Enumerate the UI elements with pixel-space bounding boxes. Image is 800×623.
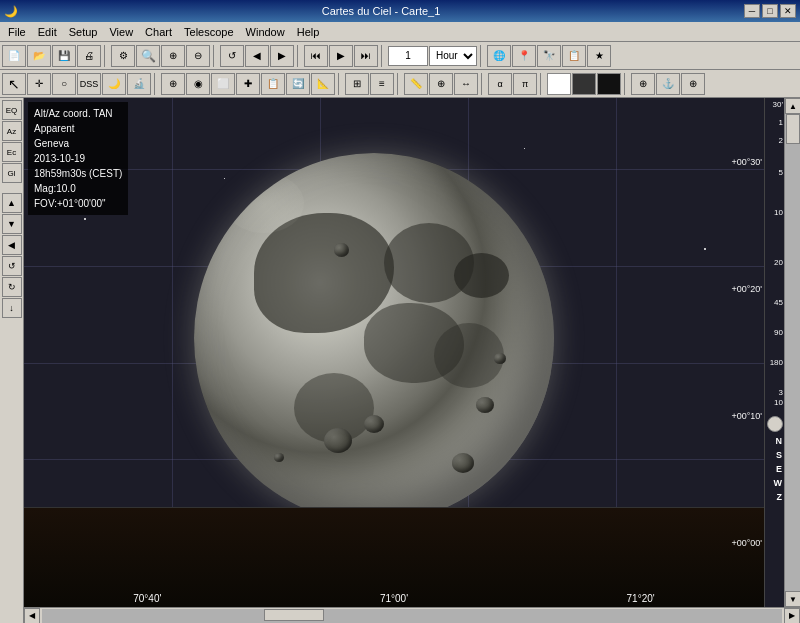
prev-step-button[interactable]: ⏮	[304, 45, 328, 67]
dec-label-4: +00°00'	[731, 538, 762, 548]
menu-item-edit[interactable]: Edit	[32, 24, 63, 40]
menu-item-telescope[interactable]: Telescope	[178, 24, 240, 40]
grid-button[interactable]: ⊞	[345, 73, 369, 95]
menu-item-help[interactable]: Help	[291, 24, 326, 40]
moon-button[interactable]: 🌙	[102, 73, 126, 95]
sky-view[interactable]: 70°40' 71°00' 71°20' +00°30' +00°20' +00…	[24, 98, 764, 607]
menu-item-window[interactable]: Window	[240, 24, 291, 40]
scroll-right-button[interactable]: ▶	[784, 608, 800, 624]
menubar: FileEditSetupViewChartTelescopeWindowHel…	[0, 22, 800, 42]
redo-button[interactable]: ↻	[2, 277, 22, 297]
minimize-button[interactable]: ─	[744, 4, 760, 18]
star-button[interactable]: ★	[587, 45, 611, 67]
ec-button[interactable]: Ec	[2, 142, 22, 162]
menu-item-setup[interactable]: Setup	[63, 24, 104, 40]
maximize-button[interactable]: □	[762, 4, 778, 18]
coord-type: Alt/Az coord. TAN	[34, 106, 122, 121]
scroll-track-v	[785, 114, 800, 591]
catalog-button[interactable]: 📋	[562, 45, 586, 67]
globe-button[interactable]: 🌐	[487, 45, 511, 67]
clipboard-button[interactable]: 📋	[261, 73, 285, 95]
location-button[interactable]: 📍	[512, 45, 536, 67]
compass-circle[interactable]	[767, 416, 783, 432]
scale-180: 180	[770, 358, 783, 367]
az-button[interactable]: Az	[2, 121, 22, 141]
save-button[interactable]: 💾	[52, 45, 76, 67]
play-button[interactable]: ▶	[329, 45, 353, 67]
menu-item-chart[interactable]: Chart	[139, 24, 178, 40]
star	[524, 148, 525, 149]
ra-label-1: 70°40'	[133, 593, 161, 604]
extra-button[interactable]: ⊕	[681, 73, 705, 95]
dec-label-3: +00°10'	[731, 411, 762, 421]
square-button[interactable]: ⬜	[211, 73, 235, 95]
zoom2-button[interactable]: ⊕	[429, 73, 453, 95]
new-button[interactable]: 📄	[2, 45, 26, 67]
crater3	[334, 243, 349, 257]
anchor-button[interactable]: ⚓	[656, 73, 680, 95]
crater7	[274, 453, 284, 462]
step-value[interactable]	[388, 46, 428, 66]
undo-button[interactable]: ↺	[2, 256, 22, 276]
titlebar: 🌙 Cartes du Ciel - Carte_1 ─ □ ✕	[0, 0, 800, 22]
scale-310b: 10	[774, 398, 783, 407]
zoom-out-button[interactable]: ⊖	[186, 45, 210, 67]
gl-button[interactable]: Gl	[2, 163, 22, 183]
arrow-button[interactable]: ↔	[454, 73, 478, 95]
print-button[interactable]: 🖨	[77, 45, 101, 67]
scroll-thumb-h[interactable]	[264, 609, 324, 621]
up-button[interactable]: ▲	[2, 193, 22, 213]
zoom-in-button[interactable]: ⊕	[161, 45, 185, 67]
circle-button[interactable]: ○	[52, 73, 76, 95]
target-button[interactable]: ◉	[186, 73, 210, 95]
separator2	[213, 45, 217, 67]
add-button[interactable]: ⊕	[161, 73, 185, 95]
dec-label-1: +00°30'	[731, 157, 762, 167]
magnitude: Mag:10.0	[34, 181, 122, 196]
left-button[interactable]: ◀	[2, 235, 22, 255]
search-button[interactable]: 🔍	[136, 45, 160, 67]
forward-button[interactable]: ▶	[270, 45, 294, 67]
black-btn[interactable]	[597, 73, 621, 95]
dss-button[interactable]: DSS	[77, 73, 101, 95]
next-step-button[interactable]: ⏭	[354, 45, 378, 67]
crosshair-button[interactable]: ✛	[27, 73, 51, 95]
telescope-button[interactable]: 🔭	[537, 45, 561, 67]
measure-button[interactable]: 📏	[404, 73, 428, 95]
white-btn[interactable]	[547, 73, 571, 95]
scale-2: 2	[779, 136, 783, 145]
refresh-button[interactable]: ↺	[220, 45, 244, 67]
dec-labels: +00°30' +00°20' +00°10' +00°00'	[731, 98, 762, 607]
ra-label-3: 71°20'	[627, 593, 655, 604]
scroll-track-h	[42, 609, 782, 623]
compass-Z: Z	[777, 492, 783, 502]
open-button[interactable]: 📂	[27, 45, 51, 67]
rotate-button[interactable]: 🔄	[286, 73, 310, 95]
back-button[interactable]: ◀	[245, 45, 269, 67]
scroll-down-button[interactable]: ▼	[785, 591, 800, 607]
time-unit-combo[interactable]: Hour Min Sec Day	[429, 46, 477, 66]
eq-button[interactable]: EQ	[2, 100, 22, 120]
pi-button[interactable]: π	[513, 73, 537, 95]
lines-button[interactable]: ≡	[370, 73, 394, 95]
lens-button[interactable]: 🔬	[127, 73, 151, 95]
scale-10: 10	[774, 208, 783, 217]
fov: FOV:+01°00'00"	[34, 196, 122, 211]
down-button[interactable]: ▼	[2, 214, 22, 234]
close-button[interactable]: ✕	[780, 4, 796, 18]
cursor-button[interactable]: ↖	[2, 73, 26, 95]
titlebar-title: Cartes du Ciel - Carte_1	[322, 5, 441, 17]
scroll-thumb-v[interactable]	[786, 114, 800, 144]
scroll-up-button[interactable]: ▲	[785, 98, 800, 114]
menu-item-file[interactable]: File	[2, 24, 32, 40]
scroll-left-button[interactable]: ◀	[24, 608, 40, 624]
alpha-button[interactable]: α	[488, 73, 512, 95]
dark-btn[interactable]	[572, 73, 596, 95]
down2-button[interactable]: ↓	[2, 298, 22, 318]
moon-container	[194, 153, 594, 553]
angle-button[interactable]: 📐	[311, 73, 335, 95]
add3-button[interactable]: ⊕	[631, 73, 655, 95]
crossplus-button[interactable]: ✚	[236, 73, 260, 95]
settings-button[interactable]: ⚙	[111, 45, 135, 67]
menu-item-view[interactable]: View	[103, 24, 139, 40]
